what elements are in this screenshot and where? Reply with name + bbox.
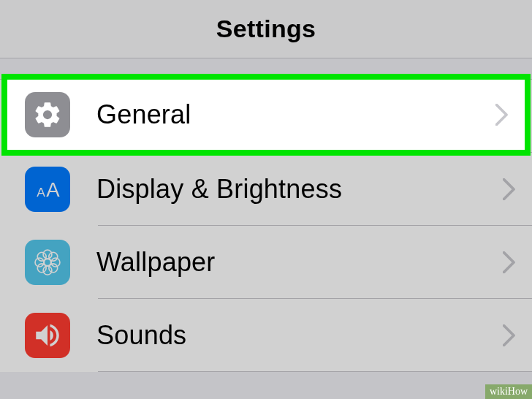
chevron-right-icon	[503, 178, 516, 200]
chevron-right-icon	[503, 324, 516, 346]
svg-text:A: A	[46, 178, 60, 201]
svg-point-8	[49, 252, 58, 261]
text-size-icon: AA	[25, 167, 70, 212]
flower-icon	[25, 240, 70, 285]
svg-point-3	[43, 250, 52, 259]
svg-text:A: A	[37, 185, 45, 200]
row-label: Wallpaper	[96, 247, 503, 278]
settings-row-wallpaper[interactable]: Wallpaper	[0, 226, 532, 299]
gear-icon	[25, 94, 70, 139]
row-label: General	[96, 101, 503, 132]
page-title: Settings	[216, 15, 316, 43]
svg-point-6	[51, 258, 60, 267]
chevron-right-icon	[503, 105, 516, 127]
section-spacer	[0, 58, 532, 79]
settings-row-general[interactable]: General	[0, 80, 532, 153]
svg-point-5	[35, 258, 44, 267]
svg-point-4	[43, 266, 52, 275]
speaker-icon	[25, 313, 70, 358]
settings-list: General AA Display & Brightness Wallpape…	[0, 79, 532, 372]
settings-row-sounds[interactable]: Sounds	[0, 299, 532, 372]
svg-point-7	[37, 252, 46, 261]
row-label: Display & Brightness	[96, 174, 503, 205]
header: Settings	[0, 0, 532, 58]
row-label: Sounds	[96, 320, 503, 351]
svg-point-10	[49, 264, 58, 273]
chevron-right-icon	[503, 251, 516, 273]
svg-point-9	[37, 264, 46, 273]
watermark: wikiHow	[485, 384, 532, 399]
settings-row-display[interactable]: AA Display & Brightness	[0, 153, 532, 226]
